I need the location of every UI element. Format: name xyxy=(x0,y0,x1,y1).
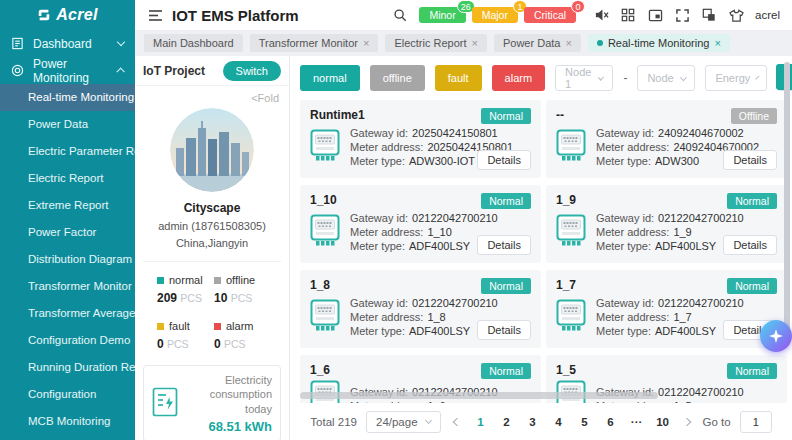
pagination-bar: Total 219 24/page 123456···10 Go to xyxy=(290,403,792,440)
field-label: Meter address: xyxy=(596,311,669,323)
page-5[interactable]: 5 xyxy=(577,416,593,428)
page-3[interactable]: 3 xyxy=(525,416,541,428)
device-gateway-line: Gateway id:20250424150801 xyxy=(350,127,531,139)
tab-main-dashboard[interactable]: Main Dashboard xyxy=(144,34,243,52)
sidebar-item-label: Power Monitoring xyxy=(33,57,118,85)
screen-icon[interactable] xyxy=(647,7,663,23)
close-tab-icon[interactable]: × xyxy=(363,38,369,49)
filter-offline-button[interactable]: offline xyxy=(370,65,425,91)
sidebar-item-transformer-monitor[interactable]: Transformer Monitor xyxy=(0,273,135,300)
stat-value: 209 PCS xyxy=(157,291,214,305)
menu-collapse-icon[interactable] xyxy=(147,7,163,23)
tab-electric-report[interactable]: Electric Report× xyxy=(385,34,487,52)
page-6[interactable]: 6 xyxy=(603,416,619,428)
sidebar-item-dashboard[interactable]: Dashboard xyxy=(0,30,135,57)
energy-select[interactable]: Energy xyxy=(705,65,767,91)
filter-normal-button[interactable]: normal xyxy=(300,65,360,91)
close-tab-icon[interactable]: × xyxy=(472,38,478,49)
chevron-down-icon xyxy=(680,74,687,81)
details-button[interactable]: Details xyxy=(477,235,531,255)
field-value: 1_8 xyxy=(427,311,445,323)
assistant-fab[interactable] xyxy=(760,320,792,352)
page-2[interactable]: 2 xyxy=(499,416,515,428)
critical-alert-badge[interactable]: Critical0 xyxy=(524,7,576,23)
chevron-down-icon xyxy=(425,417,432,424)
next-page-button[interactable] xyxy=(682,417,690,425)
switch-project-button[interactable]: Switch xyxy=(223,61,281,81)
main-content: normalofflinefaultalarm Node 1 - Node En… xyxy=(290,56,792,440)
user-name[interactable]: acrel xyxy=(755,9,780,21)
details-button[interactable]: Details xyxy=(477,150,531,170)
filter-fault-button[interactable]: fault xyxy=(435,65,482,91)
sidebar-item-running-duration-report[interactable]: Running Duration Report xyxy=(0,354,135,381)
stat-value: 0 PCS xyxy=(214,337,271,351)
meter-icon xyxy=(310,214,340,249)
details-button[interactable]: Details xyxy=(723,235,777,255)
project-panel-title: IoT Project xyxy=(143,64,205,78)
sidebar-item-electric-report[interactable]: Electric Report xyxy=(0,165,135,192)
stat-offline: offline10 PCS xyxy=(214,274,271,305)
node-end-select[interactable]: Node xyxy=(637,65,695,91)
field-value: 02122042700210 xyxy=(658,386,744,398)
sidebar-item-power-factor[interactable]: Power Factor xyxy=(0,219,135,246)
layers-icon[interactable] xyxy=(701,7,717,23)
sidebar: Acrel DashboardPower MonitoringReal-time… xyxy=(0,0,135,440)
range-separator: - xyxy=(623,71,627,85)
sidebar-item-distribution-diagram[interactable]: Distribution Diagram xyxy=(0,246,135,273)
stat-label-text: alarm xyxy=(226,320,254,332)
theme-shirt-icon[interactable] xyxy=(728,7,744,23)
device-card: 1_8NormalGateway id:02122042700210Meter … xyxy=(300,270,541,348)
sidebar-item-real-time-monitoring[interactable]: Real-time Monitoring xyxy=(0,84,135,111)
sidebar-item-configuration[interactable]: Configuration xyxy=(0,381,135,408)
details-button[interactable]: Details xyxy=(477,320,531,340)
major-alert-badge[interactable]: Major1 xyxy=(472,7,518,23)
apps-grid-icon[interactable] xyxy=(620,7,636,23)
goto-page-input[interactable] xyxy=(740,411,772,433)
fold-link[interactable]: <Fold xyxy=(135,86,289,104)
tab-transformer-monitor[interactable]: Transformer Monitor× xyxy=(250,34,379,52)
tab-power-data[interactable]: Power Data× xyxy=(494,34,581,52)
sidebar-menu: DashboardPower MonitoringReal-time Monit… xyxy=(0,30,135,435)
page-10[interactable]: 10 xyxy=(655,416,671,428)
prev-page-button[interactable] xyxy=(452,417,460,425)
fullscreen-icon[interactable] xyxy=(674,7,690,23)
field-value: ADW300 xyxy=(655,155,699,167)
close-tab-icon[interactable]: × xyxy=(565,38,571,49)
horizontal-scrollbar[interactable] xyxy=(300,392,658,399)
page-4[interactable]: 4 xyxy=(551,416,567,428)
per-page-select[interactable]: 24/page xyxy=(366,411,441,433)
chevron-down-icon xyxy=(756,75,760,79)
sidebar-item-mcb-monitoring[interactable]: MCB Monitoring xyxy=(0,408,135,435)
minor-alert-badge[interactable]: Minor26 xyxy=(419,7,465,23)
tab-label: Real-time Monitoring xyxy=(608,37,709,49)
sidebar-item-power-monitoring[interactable]: Power Monitoring xyxy=(0,57,135,84)
stat-label: offline xyxy=(214,274,271,286)
filter-alarm-button[interactable]: alarm xyxy=(492,65,546,91)
stat-alarm: alarm0 PCS xyxy=(214,320,271,351)
device-gateway-line: Gateway id:02122042700210 xyxy=(596,297,777,309)
sidebar-item-configuration-demo[interactable]: Configuration Demo xyxy=(0,327,135,354)
sidebar-item-extreme-report[interactable]: Extreme Report xyxy=(0,192,135,219)
mute-icon[interactable] xyxy=(593,7,609,23)
node-start-select[interactable]: Node 1 xyxy=(555,65,613,91)
stat-label-text: normal xyxy=(169,274,203,286)
details-button[interactable]: Details xyxy=(723,150,777,170)
stat-unit: PCS xyxy=(167,338,189,350)
tab-real-time-monitoring[interactable]: Real-time Monitoring× xyxy=(588,34,730,52)
search-icon[interactable] xyxy=(392,7,408,23)
close-tab-icon[interactable]: × xyxy=(714,38,720,49)
device-card: Runtime1NormalGateway id:20250424150801M… xyxy=(300,100,541,178)
sidebar-item-electric-parameter-report[interactable]: Electric Parameter Report xyxy=(0,138,135,165)
page-1[interactable]: 1 xyxy=(473,416,489,428)
page-ellipsis[interactable]: ··· xyxy=(629,416,645,428)
status-filter-buttons: normalofflinefaultalarm xyxy=(300,65,545,91)
project-panel-header: IoT Project Switch xyxy=(135,56,289,86)
stat-unit: PCS xyxy=(224,338,246,350)
tab-strip: Main DashboardTransformer Monitor×Electr… xyxy=(135,30,792,56)
metric-label: Electricity consumption today xyxy=(186,373,272,416)
sidebar-item-transformer-average-loa[interactable]: Transformer Average Loa... xyxy=(0,300,135,327)
stat-normal: normal209 PCS xyxy=(157,274,214,305)
vertical-scrollbar[interactable] xyxy=(784,62,790,330)
sidebar-item-power-data[interactable]: Power Data xyxy=(0,111,135,138)
field-label: Meter type: xyxy=(350,240,405,252)
